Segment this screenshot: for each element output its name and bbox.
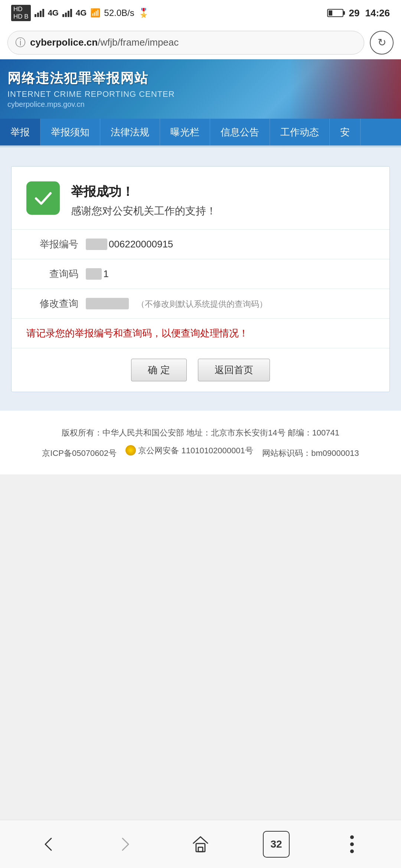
- report-num-value: 006220000915: [86, 239, 375, 250]
- signal-4g-2: 4G: [76, 8, 87, 18]
- back-icon: [39, 835, 59, 854]
- bottom-nav: 32: [0, 820, 401, 868]
- info-icon: ⓘ: [15, 36, 26, 50]
- status-right: 29 14:26: [327, 7, 390, 19]
- report-num-label: 举报编号: [26, 238, 78, 251]
- main-content: 举报成功！ 感谢您对公安机关工作的支持！ 举报编号 006220000915 查…: [0, 148, 401, 411]
- success-section: 举报成功！ 感谢您对公安机关工作的支持！: [12, 167, 389, 230]
- home-button[interactable]: [186, 829, 215, 859]
- footer-icp: 京ICP备05070602号: [42, 448, 117, 457]
- nav-item-report[interactable]: 举报: [0, 119, 40, 145]
- more-icon: [350, 835, 354, 853]
- modify-query-value: （不修改则默认系统提供的查询码）: [86, 298, 375, 310]
- police-badge-icon: [125, 445, 136, 456]
- browser-bar: ⓘ cyberpolice.cn/wfjb/frame/impeac ↻: [0, 26, 401, 59]
- nav-item-notice[interactable]: 举报须知: [40, 119, 100, 145]
- query-code-blurred: [86, 268, 102, 280]
- battery-percent: 29: [349, 7, 360, 19]
- success-title: 举报成功！: [71, 183, 216, 200]
- nav-item-info[interactable]: 信息公告: [210, 119, 270, 145]
- footer-copyright: 版权所有：中华人民共和国公安部 地址：北京市东长安街14号 邮编：100741: [11, 425, 390, 440]
- signal-bars-2: [62, 9, 72, 17]
- footer-police-badge: 京公网安备 11010102000001号: [125, 443, 253, 458]
- modify-query-label: 修改查询: [26, 297, 78, 310]
- url-path: /wfjb/frame/impeac: [98, 37, 179, 48]
- nav-item-law[interactable]: 法律法规: [100, 119, 160, 145]
- site-footer: 版权所有：中华人民共和国公安部 地址：北京市东长安街14号 邮编：100741 …: [0, 411, 401, 474]
- query-code-row: 查询码 1: [12, 259, 389, 289]
- clock: 14:26: [365, 7, 390, 19]
- back-button[interactable]: [34, 829, 64, 859]
- status-left: HDHD B 4G 4G 📶 52.0B/s 🎖️: [11, 5, 149, 22]
- wifi-icon: 📶: [90, 8, 100, 18]
- site-header: 网络违法犯罪举报网站 INTERNET CRIME REPORTING CENT…: [0, 59, 401, 119]
- modify-query-blurred: [86, 298, 129, 309]
- url-bar[interactable]: ⓘ cyberpolice.cn/wfjb/frame/impeac: [7, 31, 364, 55]
- forward-icon: [115, 835, 134, 854]
- hd-badge: HDHD B: [11, 5, 31, 22]
- site-nav: 举报 举报须知 法律法规 曝光栏 信息公告 工作动态 安: [0, 119, 401, 145]
- confirm-button[interactable]: 确 定: [131, 359, 186, 381]
- nav-item-news[interactable]: 工作动态: [270, 119, 330, 145]
- button-row: 确 定 返回首页: [12, 348, 389, 392]
- nav-item-exposure[interactable]: 曝光栏: [160, 119, 210, 145]
- modify-query-hint: （不修改则默认系统提供的查询码）: [137, 299, 267, 309]
- url-text: cyberpolice.cn/wfjb/frame/impeac: [30, 37, 179, 48]
- query-code-label: 查询码: [26, 267, 78, 280]
- footer-site-id: 网站标识码：bm09000013: [262, 448, 359, 457]
- footer-legal: 京ICP备05070602号 京公网安备 11010102000001号 网站标…: [11, 443, 390, 460]
- report-number-row: 举报编号 006220000915: [12, 230, 389, 259]
- report-num-blurred: [86, 239, 107, 250]
- nav-item-more[interactable]: 安: [330, 119, 361, 145]
- success-subtitle: 感谢您对公安机关工作的支持！: [71, 204, 216, 218]
- signal-4g-1: 4G: [48, 8, 59, 18]
- battery-fill: [329, 10, 333, 16]
- success-card: 举报成功！ 感谢您对公安机关工作的支持！ 举报编号 006220000915 查…: [11, 166, 390, 392]
- modify-query-row: 修改查询 （不修改则默认系统提供的查询码）: [12, 289, 389, 319]
- query-code-text: 1: [103, 268, 108, 279]
- footer-police-record: 京公网安备 11010102000001号: [138, 443, 253, 458]
- network-speed: 52.0B/s: [104, 8, 134, 18]
- signal-bars-1: [35, 9, 44, 17]
- back-home-button[interactable]: 返回首页: [198, 359, 270, 381]
- battery-icon: [327, 9, 343, 17]
- more-button[interactable]: [337, 829, 367, 859]
- checkmark-icon: [33, 188, 53, 208]
- home-icon: [191, 835, 210, 854]
- report-num-text: 006220000915: [109, 239, 173, 250]
- query-code-value: 1: [86, 268, 375, 280]
- status-bar: HDHD B 4G 4G 📶 52.0B/s 🎖️ 29 14:26: [0, 0, 401, 26]
- url-domain: cyberpolice.cn: [30, 37, 98, 48]
- app-icon: 🎖️: [138, 8, 149, 18]
- success-icon: [26, 181, 60, 215]
- notice-text: 请记录您的举报编号和查询码，以便查询处理情况！: [26, 327, 375, 340]
- reload-button[interactable]: ↻: [370, 31, 394, 55]
- tab-count: 32: [263, 831, 290, 858]
- success-text-block: 举报成功！ 感谢您对公安机关工作的支持！: [71, 181, 216, 218]
- tabs-button[interactable]: 32: [261, 829, 291, 859]
- header-bg-decoration: [290, 59, 401, 119]
- svg-rect-1: [198, 847, 203, 852]
- notice-row: 请记录您的举报编号和查询码，以便查询处理情况！: [12, 319, 389, 348]
- forward-button[interactable]: [110, 829, 140, 859]
